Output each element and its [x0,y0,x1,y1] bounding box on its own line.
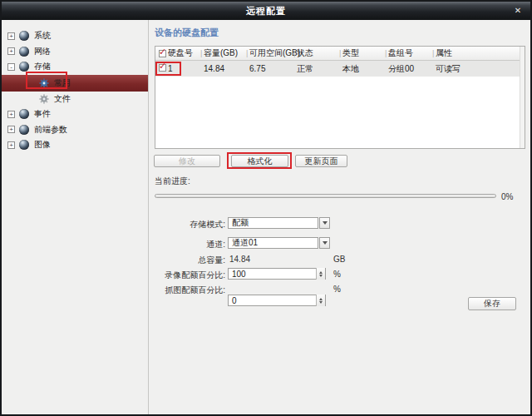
sidebar-item-label: 前端参数 [34,124,67,136]
record-quota-label: 录像配额百分比: [154,270,225,281]
sidebar-item-label: 图像 [34,139,51,151]
table-row[interactable]: ✓114.846.75正常本地分组00可读写 [155,61,520,77]
column-separator: | [200,49,202,57]
picture-quota-spinner-icon[interactable] [316,295,325,306]
category-sphere-icon [19,62,29,72]
column-separator: | [385,49,387,57]
sidebar-item-front-end-params[interactable]: +前端参数 [2,122,148,138]
section-title: 设备的硬盘配置 [155,27,219,39]
expand-icon[interactable]: + [7,47,15,55]
check-icon: ✓ [159,61,166,72]
select-all-checkbox[interactable]: ✓ [159,50,166,57]
modify-button[interactable]: 修改 [154,155,220,167]
column-separator: | [246,49,248,57]
category-sphere-icon [19,47,29,57]
column-header: 类型 [342,47,359,60]
storage-mode-label: 存储模式: [154,219,225,230]
close-icon[interactable]: ✕ [512,5,524,17]
sidebar-item-label: 网络 [34,46,51,57]
column-separator: | [339,49,341,57]
refresh-page-button[interactable]: 更新页面 [295,155,347,167]
record-quota-unit: % [333,270,341,279]
column-header: 可用空间(GB) [249,47,300,60]
sidebar-tree: +系统+网络-存储 常用 文件+事件+前端参数+图像 [2,20,149,414]
channel-label: 通道: [154,239,225,250]
sidebar-item-label: 存储 [34,61,51,72]
picture-quota-value: 0 [232,296,237,305]
total-capacity-label: 总容量: [154,255,225,266]
sidebar-item-label: 事件 [34,108,51,120]
column-header: 硬盘号 [168,47,193,60]
column-separator: | [432,49,434,57]
progress-label: 当前进度: [155,176,190,187]
table-cell: 14.84 [204,61,224,77]
column-header: 状态 [297,47,313,60]
table-cell: 1 [168,61,173,77]
check-icon: ✓ [159,47,166,57]
table-header-row: ✓硬盘号容量(GB)可用空间(GB)状态类型盘组号属性|||||| [155,47,520,61]
storage-mode-dropdown-icon[interactable] [319,217,330,229]
sidebar-item-general[interactable]: 常用 [2,75,148,92]
column-separator: | [293,49,295,57]
remote-config-dialog: 远程配置 ✕ +系统+网络-存储 常用 文件+事件+前端参数+图像 设备的硬盘配… [0,0,532,416]
dialog-title: 远程配置 [246,5,286,17]
sidebar-item-image[interactable]: +图像 [2,137,148,153]
sidebar-item-label: 常用 [54,77,71,89]
sidebar-item-event[interactable]: +事件 [2,106,148,122]
total-capacity-unit: GB [333,255,345,264]
channel-select[interactable]: 通道01 [228,237,318,249]
format-button[interactable]: 格式化 [231,155,288,167]
gear-icon [39,78,49,88]
gear-icon [39,94,49,104]
progress-bar [155,194,496,198]
sidebar-item-label: 系统 [34,30,51,42]
column-header: 盘组号 [388,47,413,60]
collapse-icon[interactable]: - [7,63,15,71]
record-quota-spinner-icon[interactable] [316,268,325,280]
expand-icon[interactable]: + [7,141,15,149]
picture-quota-input[interactable]: 0 [228,295,326,306]
table-cell: 6.75 [249,61,265,77]
picture-quota-label: 抓图配额百分比: [154,285,225,296]
table-cell: 正常 [297,61,313,77]
picture-quota-unit: % [333,285,341,294]
table-cell: 分组00 [388,61,414,77]
record-quota-input[interactable]: 100 [228,268,326,280]
table-cell: 本地 [342,61,359,77]
channel-dropdown-icon[interactable] [319,237,330,249]
expand-icon[interactable]: + [7,111,15,118]
category-sphere-icon [19,140,29,150]
sidebar-item-storage[interactable]: -存储 [2,59,148,75]
hdd-table: ✓硬盘号容量(GB)可用空间(GB)状态类型盘组号属性||||||✓114.84… [155,46,525,149]
progress-value: 0% [501,192,513,201]
total-capacity-value: 14.84 [229,255,250,264]
category-sphere-icon [19,125,29,135]
category-sphere-icon [19,109,29,119]
sidebar-item-network[interactable]: +网络 [2,44,148,60]
save-button[interactable]: 保存 [468,297,516,310]
storage-mode-select[interactable]: 配额 [228,217,318,229]
title-bar: 远程配置 ✕ [2,2,530,20]
category-sphere-icon [19,31,29,41]
sidebar-item-label: 文件 [54,93,71,105]
hdd-row-checkbox[interactable]: ✓ [159,64,166,72]
column-header: 容量(GB) [204,47,238,60]
expand-icon[interactable]: + [7,32,15,40]
table-cell: 可读写 [436,61,461,77]
record-quota-value: 100 [232,270,246,279]
sidebar-item-system[interactable]: +系统 [2,28,148,44]
table-scrollbar[interactable] [520,47,525,148]
sidebar-item-file[interactable]: 文件 [2,92,148,107]
column-header: 属性 [436,47,452,60]
expand-icon[interactable]: + [7,126,15,133]
